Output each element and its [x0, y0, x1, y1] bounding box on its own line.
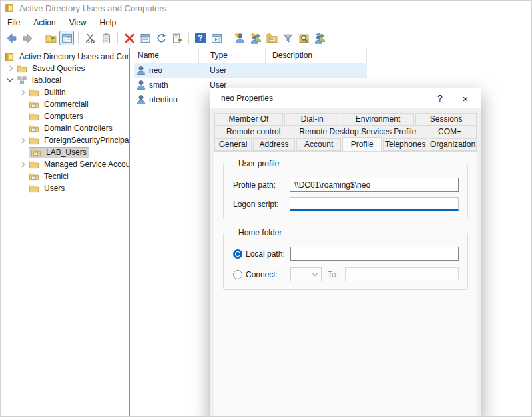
tree-item-saved-queries[interactable]: Saved Queries [1, 63, 129, 74]
tree-item-commerciali[interactable]: Commerciali [1, 98, 129, 110]
column-header-name[interactable]: Name [134, 48, 199, 63]
profile-tab-page: User profile Profile path: Logon script:… [214, 151, 477, 417]
column-header-description[interactable]: Description [266, 48, 367, 63]
paste-icon[interactable] [99, 31, 113, 45]
tab-dial-in[interactable]: Dial-in [284, 113, 340, 126]
tab-profile[interactable]: Profile [342, 137, 382, 151]
tab-organization[interactable]: Organization [429, 138, 477, 151]
tree-item-tecnici[interactable]: Tecnici [1, 170, 129, 182]
list-row-neo[interactable]: neo User [134, 63, 367, 78]
home-folder-group: Home folder Local path: Connect: To: [223, 228, 468, 290]
folder-icon [29, 160, 39, 170]
tab-address[interactable]: Address [253, 138, 295, 151]
menu-action[interactable]: Action [27, 17, 62, 29]
tree-item-lab-users[interactable]: LAB_Users [1, 146, 129, 158]
pane-splitter[interactable] [129, 48, 133, 416]
tab-general[interactable]: General [214, 138, 252, 151]
tree-item-users[interactable]: Users [1, 182, 129, 194]
properties-icon[interactable] [138, 31, 152, 45]
tab-account[interactable]: Account [296, 138, 341, 151]
filter-icon[interactable] [280, 31, 295, 45]
chevron-right-icon[interactable] [17, 87, 29, 98]
folder-icon [29, 112, 39, 122]
folder-icon [17, 64, 27, 74]
close-icon[interactable]: × [453, 89, 478, 108]
toolbar-separator [188, 32, 189, 44]
column-header-type[interactable]: Type [199, 48, 266, 63]
tree-item-builtin[interactable]: Builtin [1, 86, 129, 98]
logon-script-input[interactable] [290, 197, 459, 211]
tree-item-domain-controllers[interactable]: Domain Controllers [1, 122, 129, 134]
ou-folder-icon [29, 172, 39, 182]
chevron-spacer [17, 123, 29, 134]
cut-icon[interactable] [83, 31, 97, 45]
user-profile-group: User profile Profile path: Logon script: [223, 159, 468, 219]
export-list-icon[interactable] [170, 31, 184, 45]
console-tree: Active Directory Users and Computers Sav… [1, 48, 129, 416]
tab-strip: Member Of Dial-in Environment Sessions R… [210, 113, 481, 151]
tab-environment[interactable]: Environment [342, 113, 415, 126]
connect-path-input[interactable] [345, 267, 459, 281]
toolbar-separator [78, 32, 79, 44]
tab-member-of[interactable]: Member Of [214, 113, 283, 126]
choose-target-icon[interactable] [312, 31, 327, 45]
local-path-label: Local path: [246, 249, 290, 259]
drive-letter-select[interactable] [290, 267, 322, 281]
delete-icon[interactable] [122, 31, 136, 45]
ou-folder-icon [31, 148, 41, 158]
dialog-title-bar[interactable]: neo Properties ? × [210, 88, 481, 108]
ou-folder-icon [29, 124, 39, 134]
new-organizational-unit-icon[interactable] [264, 31, 279, 45]
tab-com-plus[interactable]: COM+ [423, 126, 477, 138]
logon-script-label: Logon script: [233, 200, 290, 209]
tab-sessions[interactable]: Sessions [415, 113, 477, 126]
tree-item-root[interactable]: Active Directory Users and Computers [1, 51, 129, 63]
new-user-icon[interactable] [232, 31, 247, 45]
menu-file[interactable]: File [1, 17, 27, 29]
dialog-help-button[interactable]: ? [427, 89, 453, 108]
app-window: Active Directory Users and Computers Fil… [0, 0, 532, 417]
chevron-down-icon[interactable] [5, 75, 17, 86]
tree-item-foreign-security-principals[interactable]: ForeignSecurityPrincipals [1, 134, 129, 146]
tree-item-lab-local[interactable]: lab.local [1, 74, 129, 86]
new-group-icon[interactable] [248, 31, 263, 45]
refresh-icon[interactable] [154, 31, 168, 45]
tree-item-computers[interactable]: Computers [1, 110, 129, 122]
connect-radio[interactable] [233, 270, 242, 279]
chevron-right-icon[interactable] [17, 135, 29, 146]
tab-telephones[interactable]: Telephones [383, 138, 427, 151]
find-icon[interactable] [296, 31, 311, 45]
properties-dialog: neo Properties ? × Member Of Dial-in Env… [210, 88, 481, 417]
show-console-tree-icon[interactable] [59, 31, 74, 45]
chevron-right-icon[interactable] [5, 63, 17, 74]
local-path-radio[interactable] [233, 249, 242, 259]
menu-help[interactable]: Help [93, 17, 123, 29]
profile-path-input[interactable] [290, 178, 459, 192]
connect-label: Connect: [246, 270, 290, 279]
user-icon [136, 94, 146, 105]
toolbar-separator [39, 32, 39, 44]
user-profile-legend: User profile [236, 159, 282, 168]
title-bar: Active Directory Users and Computers [1, 1, 531, 15]
tree-item-managed-service-accounts[interactable]: Managed Service Accounts [1, 158, 129, 170]
chevron-down-icon [312, 272, 318, 277]
tab-remote-control[interactable]: Remote control [214, 126, 292, 138]
forward-icon[interactable] [20, 31, 35, 45]
new-window-icon[interactable] [209, 31, 224, 45]
user-name: neo [149, 66, 162, 75]
menu-view[interactable]: View [63, 17, 93, 29]
back-icon[interactable] [4, 31, 19, 45]
domain-icon [17, 76, 27, 86]
window-title: Active Directory Users and Computers [19, 3, 166, 13]
home-folder-legend: Home folder [236, 228, 284, 237]
chevron-right-icon[interactable] [17, 159, 29, 170]
profile-path-label: Profile path: [233, 180, 290, 190]
local-path-input[interactable] [290, 247, 459, 261]
up-one-level-icon[interactable] [43, 31, 58, 45]
user-icon [136, 80, 146, 90]
help-icon[interactable]: ? [193, 31, 208, 45]
toolbar-separator [228, 32, 228, 44]
chevron-spacer [17, 99, 29, 110]
toolbar: ? [1, 29, 531, 47]
to-label: To: [328, 270, 341, 279]
